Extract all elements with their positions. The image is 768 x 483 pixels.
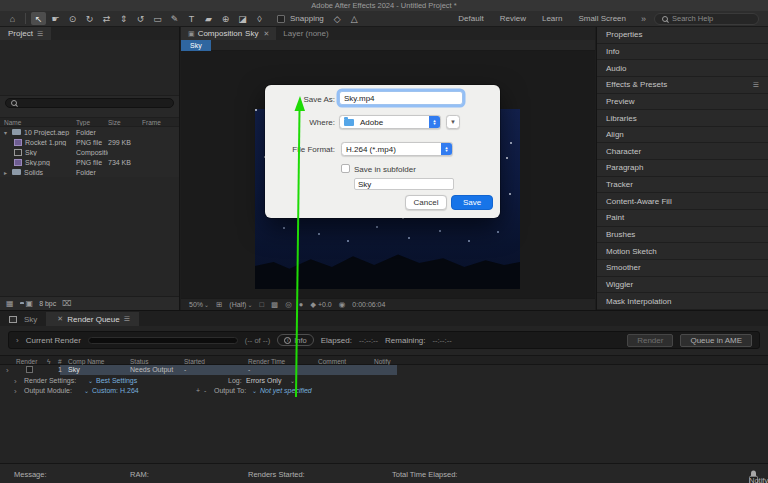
panel-menu-icon[interactable]: ☰: [124, 315, 130, 323]
panel-motion-sketch[interactable]: Motion Sketch: [597, 243, 768, 260]
zoom-level[interactable]: 50%⌄: [189, 301, 209, 308]
panel-brushes[interactable]: Brushes: [597, 227, 768, 244]
panel-paragraph[interactable]: Paragraph: [597, 160, 768, 177]
render-button[interactable]: Render: [627, 334, 673, 347]
render-item-checkbox[interactable]: [26, 366, 33, 373]
cancel-button[interactable]: Cancel: [405, 195, 447, 210]
tab-timeline-sky[interactable]: Sky: [0, 312, 46, 326]
column-comp-name[interactable]: Comp Name: [68, 358, 104, 365]
snapping-label[interactable]: Snapping: [290, 14, 324, 23]
panel-properties[interactable]: Properties: [597, 27, 768, 44]
save-button[interactable]: Save: [451, 195, 493, 210]
chevron-down-icon[interactable]: ⌄: [290, 377, 295, 384]
workspace-default[interactable]: Default: [458, 14, 483, 23]
new-composition-icon[interactable]: ▣: [26, 299, 34, 308]
chevron-down-icon[interactable]: ⌄: [252, 387, 257, 394]
shape-tool-icon[interactable]: ▭: [150, 12, 165, 25]
transparency-grid-icon[interactable]: ▩: [271, 300, 278, 309]
workspace-review[interactable]: Review: [500, 14, 526, 23]
render-settings-value[interactable]: Best Settings: [96, 377, 137, 384]
project-row-rocket[interactable]: Rocket 1.png PNG file 299 KB: [0, 137, 179, 147]
panel-menu-icon[interactable]: ☰: [753, 81, 759, 89]
project-row-solids[interactable]: ▸ Solids Folder: [0, 167, 179, 177]
help-search-field[interactable]: Search Help: [654, 13, 759, 25]
orbit-camera-tool-icon[interactable]: ↻: [82, 12, 97, 25]
twirl-right-icon[interactable]: ▸: [4, 169, 12, 176]
dolly-camera-tool-icon[interactable]: ⇕: [116, 12, 131, 25]
panel-preview[interactable]: Preview: [597, 94, 768, 111]
panel-libraries[interactable]: Libraries: [597, 110, 768, 127]
where-select[interactable]: Adobe ▲▼: [339, 115, 441, 129]
project-row-aep[interactable]: ▾ 10 Project.aep Folder: [0, 127, 179, 137]
zoom-tool-icon[interactable]: ⊙: [65, 12, 80, 25]
grid-guides-icon[interactable]: ⊞: [216, 300, 222, 309]
column-render[interactable]: Render: [16, 358, 37, 365]
channel-icon[interactable]: ●: [299, 300, 304, 309]
resolution-select[interactable]: (Half)⌄: [229, 301, 252, 308]
selection-tool-icon[interactable]: ↖: [31, 12, 46, 25]
project-row-sky-comp[interactable]: Sky Composition: [0, 147, 179, 157]
home-icon[interactable]: ⌂: [5, 12, 20, 25]
workspace-small-screen[interactable]: Small Screen: [578, 14, 626, 23]
panel-character[interactable]: Character: [597, 143, 768, 160]
region-of-interest-icon[interactable]: □: [260, 300, 265, 309]
column-name[interactable]: Name: [0, 119, 76, 126]
column-status[interactable]: Status: [130, 358, 148, 365]
chevron-down-icon[interactable]: ⌄: [84, 387, 89, 394]
column-number[interactable]: #: [58, 358, 62, 365]
chevron-down-icon[interactable]: ⌄: [88, 377, 93, 384]
navigator-tab-sky[interactable]: Sky: [181, 40, 211, 51]
eraser-tool-icon[interactable]: ◪: [235, 12, 250, 25]
color-depth-button[interactable]: 8 bpc: [39, 300, 56, 307]
snapping-checkbox[interactable]: [277, 15, 285, 23]
snapshot-icon[interactable]: ◉: [339, 300, 346, 309]
project-row-sky-png[interactable]: Sky.png PNG file 734 KB: [0, 157, 179, 167]
chevron-right-icon[interactable]: ›: [6, 366, 9, 375]
column-frame[interactable]: Frame: [142, 119, 179, 126]
delete-item-icon[interactable]: ⌧: [62, 299, 71, 308]
chevron-right-icon[interactable]: ›: [14, 387, 17, 396]
log-dropdown[interactable]: Errors Only: [246, 377, 281, 384]
exposure-control[interactable]: ◆ +0.0: [310, 300, 332, 309]
puppet-pin-tool-icon[interactable]: ◊: [252, 12, 267, 25]
snap-options-2-icon[interactable]: △: [347, 12, 362, 25]
tab-layer[interactable]: Layer (none): [276, 27, 335, 40]
save-as-input[interactable]: [339, 91, 463, 105]
panel-tracker[interactable]: Tracker: [597, 177, 768, 194]
close-icon[interactable]: ✕: [57, 315, 63, 323]
save-in-subfolder-checkbox[interactable]: [341, 164, 350, 173]
column-started[interactable]: Started: [184, 358, 205, 365]
column-render-time[interactable]: Render Time: [248, 358, 285, 365]
file-format-select[interactable]: H.264 (*.mp4) ▲▼: [341, 142, 453, 156]
pan-camera-tool-icon[interactable]: ⇄: [99, 12, 114, 25]
remove-output-module-icon[interactable]: -: [204, 387, 206, 394]
panel-paint[interactable]: Paint: [597, 210, 768, 227]
add-output-module-icon[interactable]: +: [196, 387, 200, 394]
panel-menu-icon[interactable]: ☰: [37, 30, 43, 38]
rotation-tool-icon[interactable]: ↺: [133, 12, 148, 25]
output-to-value[interactable]: Not yet specified: [260, 387, 312, 394]
chevron-right-icon[interactable]: ›: [14, 377, 17, 386]
column-size[interactable]: Size: [108, 119, 142, 126]
close-icon[interactable]: ✕: [263, 30, 269, 38]
expand-dialog-button[interactable]: ▼: [446, 115, 460, 129]
workspace-learn[interactable]: Learn: [542, 14, 562, 23]
panel-info[interactable]: Info: [597, 44, 768, 61]
panel-audio[interactable]: Audio: [597, 60, 768, 77]
timecode[interactable]: 0:00:06:04: [352, 301, 385, 308]
panel-effects-presets[interactable]: Effects & Presets☰: [597, 77, 768, 94]
column-notify[interactable]: Notify: [374, 358, 391, 365]
brush-tool-icon[interactable]: ▰: [201, 12, 216, 25]
panel-align[interactable]: Align: [597, 127, 768, 144]
twirl-down-icon[interactable]: ▾: [4, 129, 12, 136]
hand-tool-icon[interactable]: ☛: [48, 12, 63, 25]
render-info-button[interactable]: i Info: [277, 334, 314, 346]
clone-stamp-tool-icon[interactable]: ⊕: [218, 12, 233, 25]
snap-options-icon[interactable]: ◇: [330, 12, 345, 25]
panel-wiggler[interactable]: Wiggler: [597, 277, 768, 294]
chevron-right-icon[interactable]: ›: [16, 336, 19, 345]
render-queue-item-row[interactable]: › 1 Sky Needs Output - -: [0, 365, 768, 375]
column-type[interactable]: Type: [76, 119, 108, 126]
project-search-input[interactable]: [5, 98, 174, 108]
tab-composition[interactable]: ▣ Composition Sky ✕: [181, 27, 276, 40]
